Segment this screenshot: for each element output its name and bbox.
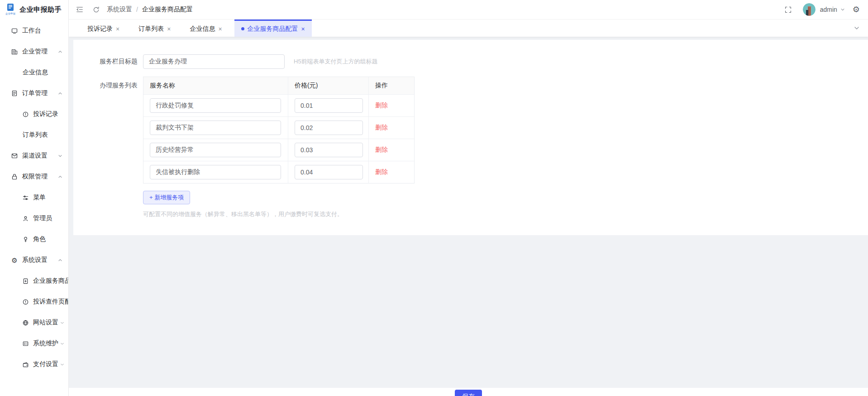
sidebar-item-label: 投诉记录	[33, 110, 58, 118]
service-name-input[interactable]	[150, 121, 281, 135]
sidebar-item-system-settings[interactable]: ⚙ 系统设置	[0, 250, 68, 270]
section-title-input[interactable]	[143, 54, 285, 69]
sidebar-item-website-settings[interactable]: 网站设置	[0, 312, 68, 333]
col-header-service-name: 服务名称	[143, 77, 288, 94]
sliders-icon	[22, 194, 29, 201]
config-card: 服务栏目标题 H5前端表单支付页上方的组标题 办理服务列表 服务名称 价格(元)…	[73, 40, 868, 235]
sidebar-item-label: 角色	[33, 235, 46, 243]
server-icon	[22, 340, 29, 347]
monitor-icon	[11, 27, 18, 34]
sidebar-item-label: 企业信息	[23, 68, 48, 77]
service-price-input[interactable]	[295, 165, 363, 179]
logo-caption: 企业申报	[5, 12, 16, 14]
tab-label: 投诉记录	[87, 25, 113, 33]
sidebar: 企业申报 企业申报助手 工作台 企业管理 企业信息	[0, 0, 69, 396]
sidebar-item-label: 系统设置	[22, 256, 48, 264]
chevron-up-icon	[57, 257, 63, 263]
close-icon[interactable]: ×	[167, 25, 171, 33]
female-icon	[22, 236, 29, 243]
sidebar-item-label: 渠道设置	[22, 152, 48, 160]
avatar[interactable]	[803, 3, 816, 16]
tabs-chevron-down-icon[interactable]	[854, 25, 868, 31]
sidebar-item-channel-settings[interactable]: 渠道设置	[0, 145, 68, 166]
tab-enterprise-info[interactable]: 企业信息 ×	[183, 19, 229, 37]
tab-label: 企业信息	[190, 25, 215, 33]
sidebar-item-admins[interactable]: 管理员	[0, 208, 68, 229]
service-list-hint: 可配置不同的增值服务（解异常、移出黑名单等），用户缴费时可复选支付。	[143, 210, 868, 218]
title-field-row: 服务栏目标题 H5前端表单支付页上方的组标题	[84, 54, 868, 69]
close-icon[interactable]: ×	[116, 25, 119, 33]
chevron-up-icon	[57, 174, 63, 179]
delete-link[interactable]: 删除	[375, 168, 388, 176]
chevron-up-icon	[57, 49, 63, 54]
user-dropdown[interactable]: admin	[820, 6, 845, 13]
add-service-button[interactable]: + 新增服务项	[143, 191, 190, 204]
sidebar-item-enterprise-info[interactable]: 企业信息	[0, 62, 68, 83]
sidebar-item-permission-mgmt[interactable]: 权限管理	[0, 166, 68, 187]
sidebar-item-label: 支付设置	[33, 360, 58, 368]
chevron-down-icon	[57, 153, 63, 159]
sidebar-item-label: 权限管理	[22, 173, 48, 181]
service-price-input[interactable]	[295, 98, 363, 113]
refresh-icon[interactable]	[88, 0, 104, 19]
sidebar-item-complaint-page-config[interactable]: 投诉查件页配	[0, 291, 68, 312]
save-button[interactable]: 保存	[455, 390, 482, 396]
tab-enterprise-service-product-config[interactable]: 企业服务商品配置 ×	[234, 19, 312, 37]
service-name-input[interactable]	[150, 98, 281, 113]
sidebar-item-payment-settings[interactable]: 支付设置	[0, 354, 68, 375]
sidebar-item-order-list[interactable]: 订单列表	[0, 125, 68, 145]
title-field-label: 服务栏目标题	[84, 58, 143, 66]
mail-icon	[11, 152, 18, 159]
lock-icon	[11, 173, 18, 180]
delete-link[interactable]: 删除	[375, 124, 388, 132]
sidebar-item-system-maintenance[interactable]: 系统维护	[0, 333, 68, 354]
breadcrumb: 系统设置 / 企业服务商品配置	[107, 5, 193, 14]
service-table: 服务名称 价格(元) 操作 删除	[143, 77, 415, 184]
sidebar-item-order-mgmt[interactable]: 订单管理	[0, 83, 68, 104]
sidebar-item-label: 管理员	[33, 214, 52, 222]
sidebar-item-label: 企业服务商品	[33, 277, 68, 285]
chevron-up-icon	[57, 91, 63, 96]
page-content: 服务栏目标题 H5前端表单支付页上方的组标题 办理服务列表 服务名称 价格(元)…	[69, 37, 868, 396]
app-logo-row[interactable]: 企业申报 企业申报助手	[0, 0, 68, 19]
sidebar-item-workbench[interactable]: 工作台	[0, 20, 68, 41]
service-table-header: 服务名称 价格(元) 操作	[143, 77, 414, 94]
username: admin	[820, 6, 837, 13]
service-price-input[interactable]	[295, 121, 363, 135]
delete-link[interactable]: 删除	[375, 101, 388, 110]
close-icon[interactable]: ×	[301, 25, 305, 33]
sidebar-collapse-icon[interactable]	[72, 0, 88, 19]
tab-label: 订单列表	[138, 25, 164, 33]
breadcrumb-page: 企业服务商品配置	[142, 5, 193, 14]
table-row: 删除	[143, 116, 414, 139]
settings-gear-icon[interactable]: ⚙	[853, 5, 860, 14]
sidebar-item-label: 网站设置	[33, 319, 58, 327]
tab-complaint-records[interactable]: 投诉记录 ×	[81, 19, 126, 37]
sidebar-item-label: 投诉查件页配	[33, 298, 68, 306]
close-icon[interactable]: ×	[218, 25, 222, 33]
service-name-input[interactable]	[150, 165, 281, 179]
sidebar-item-complaint-records[interactable]: 投诉记录	[0, 104, 68, 125]
table-row: 删除	[143, 94, 414, 116]
service-name-input[interactable]	[150, 143, 281, 157]
fullscreen-icon[interactable]	[780, 0, 796, 19]
sidebar-item-menu[interactable]: 菜单	[0, 187, 68, 208]
sidebar-item-label: 订单列表	[23, 131, 48, 139]
service-price-input[interactable]	[295, 143, 363, 157]
breadcrumb-section[interactable]: 系统设置	[107, 5, 132, 14]
footer-bar: 保存	[69, 388, 868, 396]
tab-order-list[interactable]: 订单列表 ×	[132, 19, 177, 37]
service-list-row: 办理服务列表 服务名称 价格(元) 操作	[84, 77, 868, 184]
table-row: 删除	[143, 161, 414, 183]
delete-link[interactable]: 删除	[375, 146, 388, 154]
sidebar-item-enterprise-service-product[interactable]: 企业服务商品	[0, 270, 68, 291]
sidebar-item-label: 工作台	[22, 27, 41, 35]
tab-label: 企业服务商品配置	[248, 25, 298, 33]
building-icon	[11, 48, 18, 55]
chevron-down-icon	[60, 362, 65, 367]
sidebar-item-label: 企业管理	[22, 48, 48, 56]
sidebar-item-enterprise-mgmt[interactable]: 企业管理	[0, 41, 68, 62]
sidebar-item-roles[interactable]: 角色	[0, 229, 68, 250]
tab-bar: 投诉记录 × 订单列表 × 企业信息 × 企业服务商品配置 ×	[69, 19, 868, 37]
service-list-label: 办理服务列表	[84, 77, 143, 94]
